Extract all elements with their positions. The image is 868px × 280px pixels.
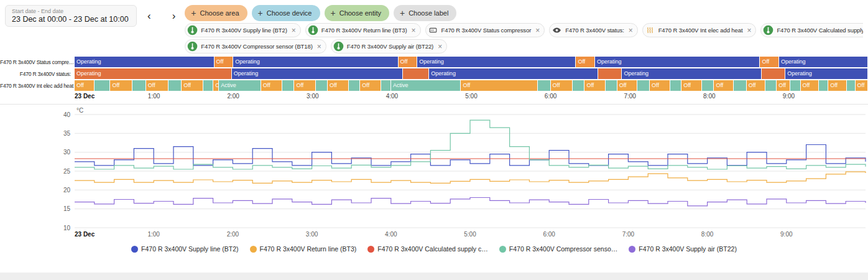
chip-choose-area[interactable]: +Choose area xyxy=(185,5,247,21)
timeline-segment[interactable]: Off xyxy=(801,80,819,91)
history-chart[interactable]: 10152025303540°C23 Dec1:002:003:004:005:… xyxy=(0,106,868,241)
timeline-segment[interactable]: Operating xyxy=(595,57,760,67)
legend-item[interactable]: F470 R 3x400V Calculated supply c… xyxy=(367,245,487,253)
remove-chip-icon[interactable]: × xyxy=(438,43,442,50)
timeline-segment[interactable] xyxy=(316,80,328,91)
series-line xyxy=(75,172,866,183)
timeline-segment[interactable]: Off xyxy=(551,80,573,91)
x-tick-label: 3:00 xyxy=(306,231,318,238)
timeline-segment[interactable]: Off xyxy=(576,57,595,67)
timeline-segment[interactable]: Off xyxy=(584,80,605,91)
entity-chip[interactable]: F470 R 3x400V Calculated supply climate … xyxy=(760,23,863,37)
timeline-segment[interactable]: Off xyxy=(650,80,670,91)
timeline-segment[interactable]: Off xyxy=(146,80,169,91)
timeline-segment[interactable]: Off xyxy=(714,80,734,91)
timeline-segment[interactable] xyxy=(606,80,617,91)
timeline-segment[interactable]: Operating xyxy=(232,68,404,79)
timeline-segment[interactable] xyxy=(573,80,584,91)
entity-chip[interactable]: F470 R 3x400V Supply air (BT22)× xyxy=(331,39,447,54)
timeline-segment[interactable] xyxy=(762,68,785,79)
timeline-segment[interactable]: Operating xyxy=(779,57,868,67)
timeline-segment[interactable]: Operating xyxy=(417,57,576,67)
timeline-segment[interactable] xyxy=(598,68,622,79)
remove-chip-icon[interactable]: × xyxy=(292,27,296,34)
entity-chip-label: F470 R 3x400V Calculated supply climate … xyxy=(777,27,863,34)
timeline-segment[interactable] xyxy=(169,80,182,91)
timeline-segment[interactable] xyxy=(702,80,714,91)
timeline-segment[interactable]: Off xyxy=(328,80,349,91)
remove-chip-icon[interactable]: × xyxy=(747,27,751,34)
time-tick: 5:00 xyxy=(465,93,477,100)
remove-chip-icon[interactable]: × xyxy=(317,43,321,50)
x-tick-label: 5:00 xyxy=(464,231,476,238)
chip-choose-label[interactable]: +Choose label xyxy=(394,5,456,21)
legend-item[interactable]: F470 R 3x400V Supply air (BT22) xyxy=(629,245,737,253)
timeline-segment[interactable]: Off xyxy=(215,57,234,67)
series-line xyxy=(75,145,866,166)
timeline-segment[interactable] xyxy=(790,80,801,91)
timeline-segment[interactable]: Operating xyxy=(622,68,762,79)
timeline-segment[interactable] xyxy=(670,80,681,91)
timeline-segment[interactable]: Off xyxy=(294,80,315,91)
timeline-segment[interactable]: Off xyxy=(777,80,790,91)
timeline-segment[interactable]: Off xyxy=(213,80,219,91)
remove-chip-icon[interactable]: × xyxy=(412,27,416,34)
prev-button[interactable]: ‹ xyxy=(145,11,153,21)
timeline-segment[interactable] xyxy=(282,80,294,91)
timeline-segment[interactable]: Operating xyxy=(75,68,232,79)
entity-chip[interactable]: F470 R 3x400V Int elec add heat× xyxy=(642,23,757,37)
timeline-segment[interactable]: Off xyxy=(461,80,538,91)
timeline-segment[interactable] xyxy=(132,80,146,91)
legend-item[interactable]: F470 R 3x400V Compressor senso… xyxy=(499,245,618,253)
time-tick: 6:00 xyxy=(545,93,556,100)
plus-icon: + xyxy=(191,9,196,17)
timeline-segment[interactable]: Off xyxy=(760,57,779,67)
timeline-segment[interactable] xyxy=(538,80,550,91)
timeline-segment[interactable] xyxy=(403,68,429,79)
timeline-segment[interactable]: Off xyxy=(261,80,282,91)
entity-chip[interactable]: F470 R 3x400V Status compressor× xyxy=(425,23,545,37)
timeline-segment[interactable]: Active xyxy=(391,80,461,91)
next-button[interactable]: › xyxy=(170,11,178,21)
timeline-segment[interactable] xyxy=(381,80,392,91)
remove-chip-icon[interactable]: × xyxy=(629,27,633,34)
timeline-segment[interactable]: Active xyxy=(219,80,261,91)
timeline-segment[interactable]: Off xyxy=(681,80,702,91)
remove-chip-icon[interactable]: × xyxy=(535,27,540,34)
timeline-segment[interactable]: Off xyxy=(856,80,868,91)
timeline-segment[interactable]: Off xyxy=(617,80,637,91)
timeline-segment[interactable]: Off xyxy=(360,80,381,91)
timeline-segment[interactable]: Operating xyxy=(75,57,215,67)
timeline-segment[interactable]: Off xyxy=(828,80,846,91)
timeline-segment[interactable]: Off xyxy=(110,80,132,91)
timeline-segment[interactable]: Off xyxy=(747,80,766,91)
history-dashboard: Start date - End date 23 Dec at 00:00 - … xyxy=(0,0,868,273)
timeline-segment[interactable] xyxy=(819,80,828,91)
timeline-segment[interactable] xyxy=(734,80,746,91)
date-range-field[interactable]: Start date - End date 23 Dec at 00:00 - … xyxy=(5,5,137,27)
legend-item[interactable]: F470 R 3x400V Supply line (BT2) xyxy=(131,245,238,253)
entity-chip[interactable]: F470 R 3x400V Return line (BT3)× xyxy=(305,23,421,37)
x-tick-label: 4:00 xyxy=(385,231,397,238)
chip-choose-entity[interactable]: +Choose entity xyxy=(325,5,389,21)
chip-choose-device[interactable]: +Choose device xyxy=(252,5,320,21)
timeline-segment[interactable]: Operating xyxy=(785,68,868,79)
entity-chip-label: F470 R 3x400V Return line (BT3) xyxy=(321,27,407,34)
timeline-segment[interactable]: Operating xyxy=(233,57,398,67)
time-tick: 3:00 xyxy=(307,93,318,100)
legend-item[interactable]: F470 R 3x400V Return line (BT3) xyxy=(250,245,357,253)
timeline-segment[interactable] xyxy=(637,80,650,91)
entity-chip[interactable]: F470 R 3x400V Supply line (BT2)× xyxy=(185,23,300,37)
entity-chip[interactable]: F470 R 3x400V status:× xyxy=(549,23,637,37)
timeline-segment[interactable]: Off xyxy=(399,57,418,67)
timeline-segment[interactable] xyxy=(95,80,111,91)
timeline-segment[interactable] xyxy=(847,80,856,91)
entity-chip[interactable]: F470 R 3x400V Compressor sensor (BT18)× xyxy=(185,39,326,54)
timeline-segment[interactable]: Off xyxy=(75,80,95,91)
timeline-segment[interactable]: Operating xyxy=(429,68,598,79)
timeline-segment[interactable] xyxy=(349,80,360,91)
legend-dot xyxy=(499,246,506,253)
timeline-segment[interactable] xyxy=(203,80,214,91)
timeline-segment[interactable] xyxy=(765,80,777,91)
timeline-segment[interactable]: Off xyxy=(182,80,203,91)
